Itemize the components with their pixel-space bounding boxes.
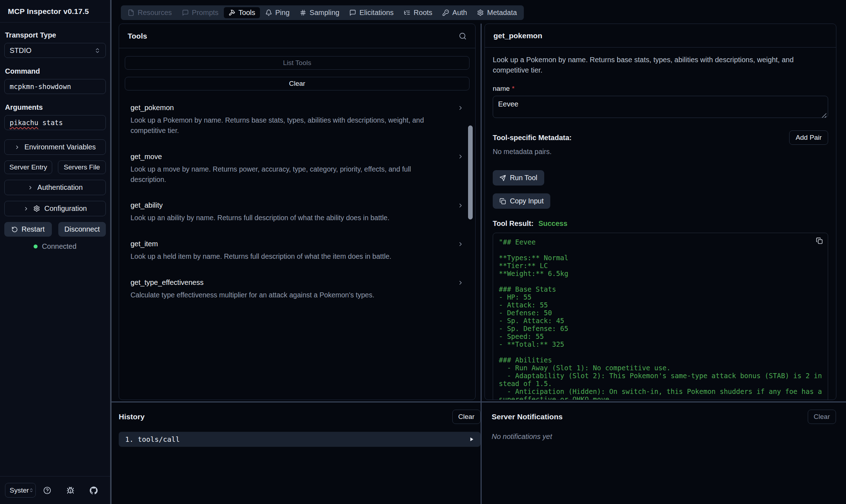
tab-tools[interactable]: Tools: [224, 7, 260, 18]
chevron-right-icon: [457, 105, 464, 111]
chevron-right-icon: [23, 206, 29, 212]
transport-type-value: STDIO: [10, 46, 31, 55]
restart-button[interactable]: Restart: [4, 222, 52, 237]
file-icon: [128, 9, 134, 16]
tool-detail-pane: get_pokemon Look up a Pokemon by name. R…: [485, 24, 836, 400]
tab-prompts[interactable]: Prompts: [177, 7, 223, 18]
tab-sampling[interactable]: Sampling: [295, 7, 344, 18]
nav-tabs: Resources Prompts Tools Ping Sampling El…: [121, 5, 524, 20]
rotate-ccw-icon: [11, 226, 18, 233]
tool-list-item-get-item[interactable]: get_item Look up a held item by name. Re…: [128, 235, 466, 267]
configuration-toggle[interactable]: Configuration: [4, 201, 106, 216]
tool-result-output: "## Eevee **Types:** Normal **Tier:** LC…: [499, 238, 822, 400]
command-input[interactable]: mcpkmn-showdown: [4, 79, 106, 94]
arguments-label: Arguments: [5, 103, 106, 112]
bottom-row: History Clear 1. tools/call Server Notif…: [112, 401, 846, 504]
chevrons-up-down-icon: [29, 488, 34, 493]
chevron-right-icon: [457, 280, 464, 286]
chevron-right-icon: [14, 144, 20, 150]
tool-description: Look up a held item by name. Returns ful…: [131, 251, 464, 262]
authentication-toggle[interactable]: Authentication: [4, 180, 106, 195]
selected-tool-title: get_pokemon: [493, 31, 542, 40]
copy-input-label: Copy Input: [510, 197, 543, 205]
bell-icon: [265, 9, 272, 16]
clear-notifications-button[interactable]: Clear: [808, 410, 836, 424]
tab-label: Prompts: [192, 9, 218, 17]
gear-icon: [477, 9, 484, 16]
selected-tool-description: Look up a Pokemon by name. Returns base …: [493, 55, 828, 75]
sidebar: MCP Inspector v0.17.5 Transport Type STD…: [0, 0, 112, 504]
arguments-value-misspelled: pikachu: [10, 119, 38, 127]
tab-elicitations[interactable]: Elicitations: [345, 7, 398, 18]
panel-resize-divider[interactable]: [481, 24, 482, 401]
tool-name: get_pokemon: [131, 104, 174, 112]
tools-scrollbar-thumb[interactable]: [468, 125, 473, 219]
tool-list-item-get-move[interactable]: get_move Look up a move by name. Returns…: [128, 148, 466, 190]
content-row: Tools List Tools Clear get_pokemon: [112, 24, 846, 401]
github-button[interactable]: [90, 486, 98, 494]
tab-label: Roots: [414, 9, 432, 17]
history-pane: History Clear 1. tools/call: [112, 402, 481, 504]
app-title: MCP Inspector v0.17.5: [0, 0, 110, 23]
tool-name: get_type_effectiveness: [131, 278, 203, 287]
tool-result-block: "## Eevee **Types:** Normal **Tier:** LC…: [493, 233, 828, 400]
theme-select[interactable]: Syster: [5, 483, 36, 498]
help-button[interactable]: [43, 486, 51, 494]
search-icon: [459, 32, 467, 40]
tab-ping[interactable]: Ping: [261, 7, 294, 18]
copy-result-button[interactable]: [816, 237, 823, 244]
tool-name: get_item: [131, 240, 158, 248]
name-field-input[interactable]: [493, 96, 828, 118]
environment-variables-toggle[interactable]: Environment Variables: [4, 139, 106, 155]
tab-label: Auth: [452, 9, 467, 17]
gear-icon: [33, 205, 40, 212]
add-pair-button[interactable]: Add Pair: [789, 130, 828, 145]
connected-dot: [34, 244, 38, 248]
arguments-value-rest: stats: [38, 119, 63, 127]
servers-file-button[interactable]: Servers File: [58, 160, 106, 174]
hash-icon: [300, 9, 306, 16]
tab-resources[interactable]: Resources: [123, 7, 177, 18]
bug-report-button[interactable]: [67, 486, 74, 494]
clear-history-button[interactable]: Clear: [452, 410, 481, 424]
tab-label: Elicitations: [359, 9, 394, 17]
tab-roots[interactable]: Roots: [399, 7, 437, 18]
send-icon: [500, 175, 506, 181]
disconnect-label: Disconnect: [64, 225, 100, 233]
transport-type-select[interactable]: STDIO: [4, 43, 106, 58]
authentication-label: Authentication: [38, 183, 83, 192]
message-square-icon: [182, 9, 189, 16]
tab-label: Sampling: [310, 9, 339, 17]
chevron-right-icon: [457, 202, 464, 209]
environment-variables-label: Environment Variables: [24, 143, 96, 151]
run-tool-button[interactable]: Run Tool: [493, 170, 544, 186]
tool-result-status: Success: [538, 219, 567, 227]
tool-list: get_pokemon Look up a Pokemon by name. R…: [125, 98, 469, 305]
tool-list-item-get-ability[interactable]: get_ability Look up an ability by name. …: [128, 197, 466, 228]
disconnect-button[interactable]: Disconnect: [58, 222, 106, 237]
tool-description: Look up a Pokemon by name. Returns base …: [131, 115, 464, 136]
clear-tools-button[interactable]: Clear: [125, 77, 469, 90]
github-icon: [90, 486, 98, 494]
list-tree-icon: [404, 9, 410, 16]
theme-select-value: Syster: [10, 486, 29, 494]
bug-icon: [67, 486, 74, 494]
configuration-label: Configuration: [44, 204, 87, 213]
copy-input-button[interactable]: Copy Input: [493, 193, 550, 209]
history-item-tools-call[interactable]: 1. tools/call: [119, 432, 481, 447]
tab-metadata[interactable]: Metadata: [472, 7, 521, 18]
tab-label: Tools: [238, 9, 255, 17]
notifications-empty-text: No notifications yet: [492, 433, 836, 441]
tool-list-item-get-type-effectiveness[interactable]: get_type_effectiveness Calculate type ef…: [128, 274, 466, 305]
nav-row: Resources Prompts Tools Ping Sampling El…: [112, 0, 846, 24]
tab-auth[interactable]: Auth: [438, 7, 472, 18]
arguments-input[interactable]: pikachu stats: [4, 115, 106, 130]
server-entry-button[interactable]: Server Entry: [4, 160, 52, 174]
tools-search-button[interactable]: [459, 32, 467, 40]
tab-label: Metadata: [487, 9, 517, 17]
list-tools-button[interactable]: List Tools: [125, 56, 469, 70]
tool-list-item-get-pokemon[interactable]: get_pokemon Look up a Pokemon by name. R…: [128, 99, 466, 141]
key-icon: [442, 9, 449, 16]
transport-type-label: Transport Type: [5, 31, 106, 39]
tools-pane-title: Tools: [128, 32, 147, 40]
